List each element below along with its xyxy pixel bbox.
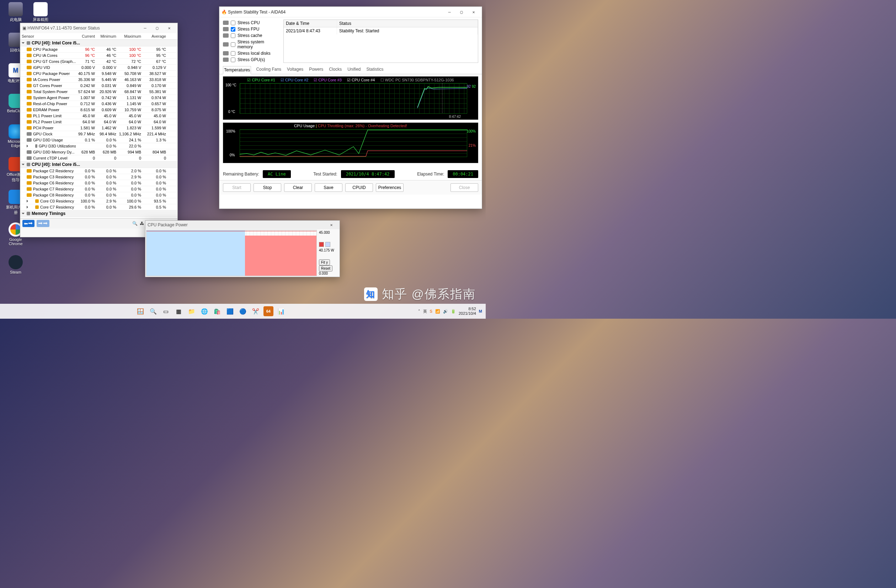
bolt-icon [27, 114, 32, 118]
aida-titlebar[interactable]: 🔥 System Stability Test - AIDA64 — ▢ ✕ [219, 7, 482, 17]
sensor-row[interactable]: CPU Package96 °C46 °C100 °C95 °C [20, 47, 177, 53]
sensor-row[interactable]: Rest-of-Chip Power0.712 W0.436 W1.145 W0… [20, 101, 177, 107]
explorer-button[interactable]: 📁 [187, 306, 197, 316]
clear-button[interactable]: Clear [284, 183, 312, 192]
battery-icon[interactable]: 🔋 [451, 309, 456, 314]
close-button[interactable]: ✕ [163, 24, 175, 32]
sensor-row[interactable]: PL1 Power Limit45.0 W45.0 W45.0 W45.0 W [20, 113, 177, 119]
app1-button[interactable]: 🟦 [225, 306, 235, 316]
sensor-row[interactable]: Package C3 Residency0.0 %0.0 %2.9 %0.0 % [20, 174, 177, 180]
bolt-icon [27, 90, 32, 93]
stress-cpu-checkbox[interactable] [231, 21, 235, 25]
sensor-row[interactable]: CPU GT Cores (Graph...71 °C42 °C72 °C67 … [20, 59, 177, 65]
stress-cache-checkbox[interactable] [231, 33, 235, 38]
maximize-button[interactable]: ▢ [456, 8, 468, 16]
sensor-row[interactable]: Package C6 Residency0.0 %0.0 %0.0 %0.0 % [20, 180, 177, 186]
tray-app-icon[interactable]: S [430, 309, 432, 313]
col-status[interactable]: Status [337, 20, 478, 27]
sensor-row[interactable]: PL2 Power Limit64.0 W64.0 W64.0 W64.0 W [20, 119, 177, 125]
sensor-row[interactable]: GPU D3D Memory Dy...628 MB628 MB994 MB80… [20, 149, 177, 155]
sensor-row[interactable]: EDRAM Power8.615 W0.609 W10.759 W8.075 W [20, 107, 177, 113]
tab-clocks[interactable]: Clocks [328, 66, 343, 74]
tab-powers[interactable]: Powers [308, 66, 324, 74]
sensor-group[interactable]: CPU [#0]: Intel Core i5... [20, 161, 177, 168]
stress-disk-checkbox[interactable] [231, 51, 235, 56]
start-button[interactable]: 🪟 [136, 306, 145, 316]
sensor-row[interactable]: Package C2 Residency0.0 %0.0 %2.0 %0.0 % [20, 168, 177, 174]
close-button[interactable]: ✕ [325, 221, 337, 229]
hwinfo-titlebar[interactable]: ▣ HWiNFO64 v7.11-4570 Sensor Status — ▢ … [20, 23, 177, 33]
cpupow-titlebar[interactable]: CPU Package Power ✕ [145, 220, 340, 229]
sensor-row[interactable]: iGPU VID0.000 V0.000 V0.948 V0.129 V [20, 65, 177, 71]
hwinfo-columns: Sensor Current Minimum Maximum Average [20, 33, 177, 40]
close-button[interactable]: ✕ [468, 8, 480, 16]
tray-chevron[interactable]: ˄ [418, 309, 420, 314]
sensor-row[interactable]: Core C7 Residency0.0 %0.0 %29.6 %0.5 % [20, 204, 177, 210]
stress-gpu-checkbox[interactable] [231, 58, 235, 62]
cpupow-current: 40.175 W [319, 248, 338, 252]
cpuid-button[interactable]: CPUID [345, 183, 373, 192]
nav-next-button[interactable]: ⮕⮕ [37, 220, 49, 227]
sensor-row[interactable]: CPU IA Cores96 °C46 °C100 °C95 °C [20, 53, 177, 59]
sensor-row[interactable]: GPU Clock99.7 MHz98.4 MHz1,106.2 MHz221.… [20, 131, 177, 137]
sensor-row[interactable]: System Agent Power1.007 W0.742 W1.131 W0… [20, 95, 177, 101]
sensor-group[interactable]: CPU [#0]: Intel Core i5... [20, 40, 177, 47]
wifi-icon[interactable]: 📶 [435, 309, 440, 314]
sensor-row[interactable]: GPU D3D Utilizations0.0 %22.0 % [20, 143, 177, 149]
close-button2[interactable]: Close [451, 183, 478, 192]
taskbar-clock[interactable]: 8:52 2021/10/4 [459, 307, 476, 316]
fit-y-button[interactable]: Fit y [319, 259, 330, 265]
hwinfo-body[interactable]: CPU [#0]: Intel Core i5...CPU Package96 … [20, 40, 177, 218]
stop-button[interactable]: Stop [253, 183, 281, 192]
sensor-row[interactable]: Package C7 Residency0.0 %0.0 %0.0 %0.0 % [20, 186, 177, 192]
sensor-row[interactable]: Package C8 Residency0.0 %0.0 %0.0 %0.0 % [20, 192, 177, 198]
stress-fpu-checkbox[interactable] [231, 27, 235, 32]
stress-memory-checkbox[interactable] [231, 42, 235, 47]
network-icon[interactable]: 🖧 [140, 221, 144, 226]
save-button[interactable]: Save [315, 183, 343, 192]
hwinfo-taskbar-button[interactable]: 📊 [276, 306, 286, 316]
col-datetime[interactable]: Date & Time [284, 20, 337, 27]
search-icon[interactable]: 🔍 [132, 221, 138, 226]
sensor-row[interactable]: PCH Power1.581 W1.462 W1.823 W1.599 W [20, 125, 177, 131]
snip-button[interactable]: ✂️ [251, 306, 261, 316]
widgets-button[interactable]: ▦ [174, 306, 184, 316]
tab-voltages[interactable]: Voltages [286, 66, 304, 74]
aida-taskbar-button[interactable]: 64 [264, 306, 273, 316]
minimize-button[interactable]: — [443, 8, 456, 16]
preferences-button[interactable]: Preferences [376, 183, 404, 192]
tab-temperatures[interactable]: Temperatures [223, 66, 251, 74]
desktop-icon-thispc[interactable]: 此电脑 [5, 2, 26, 22]
app-tray-icon[interactable]: M [479, 309, 482, 313]
sensor-row[interactable]: Core C0 Residency100.0 %2.9 %100.0 %93.5… [20, 198, 177, 204]
start-button[interactable]: Start [223, 183, 251, 192]
sensor-row[interactable]: CPU Package Power40.175 W9.548 W50.708 W… [20, 71, 177, 77]
sensor-row[interactable]: Memory Clock2,126.3 MHz2,099.6 MHz2,166.… [20, 217, 177, 218]
tab-unified[interactable]: Unified [347, 66, 361, 74]
taskview-button[interactable]: ▭ [161, 306, 171, 316]
bolt-icon [27, 126, 32, 130]
chrome-button[interactable]: 🔵 [238, 306, 248, 316]
sensor-row[interactable]: Total System Power57.624 W20.926 W68.847… [20, 89, 177, 95]
sensor-group[interactable]: Memory Timings [20, 210, 177, 217]
tab-fans[interactable]: Cooling Fans [255, 66, 282, 74]
tab-statistics[interactable]: Statistics [366, 66, 384, 74]
sensor-row[interactable]: GT Cores Power0.242 W0.031 W0.849 W0.170… [20, 83, 177, 89]
reset-button[interactable]: Reset [319, 265, 332, 272]
nav-prev-button[interactable]: ⬅⮕ [23, 220, 35, 227]
desktop-icon-steam[interactable]: Steam [5, 255, 26, 274]
sensor-row[interactable]: IA Cores Power35.336 W5.445 W46.163 W33.… [20, 77, 177, 83]
search-button[interactable]: 🔍 [148, 306, 158, 316]
bolt-icon [27, 66, 32, 69]
sensor-row[interactable]: Current cTDP Level0000 [20, 155, 177, 161]
maximize-button[interactable]: ▢ [151, 24, 163, 32]
ime-indicator[interactable]: 英 [423, 309, 427, 314]
volume-icon[interactable]: 🔊 [443, 309, 448, 314]
sensor-row[interactable]: GPU D3D Usage0.1 %0.0 %24.1 %1.3 % [20, 137, 177, 143]
minimize-button[interactable]: — [139, 24, 151, 32]
edge-button[interactable]: 🌐 [200, 306, 209, 316]
log-row[interactable]: 2021/10/4 8:47:43Stability Test: Started [284, 27, 478, 35]
cpu-icon [223, 21, 229, 25]
store-button[interactable]: 🛍️ [212, 306, 222, 316]
bolt-icon [27, 150, 32, 154]
